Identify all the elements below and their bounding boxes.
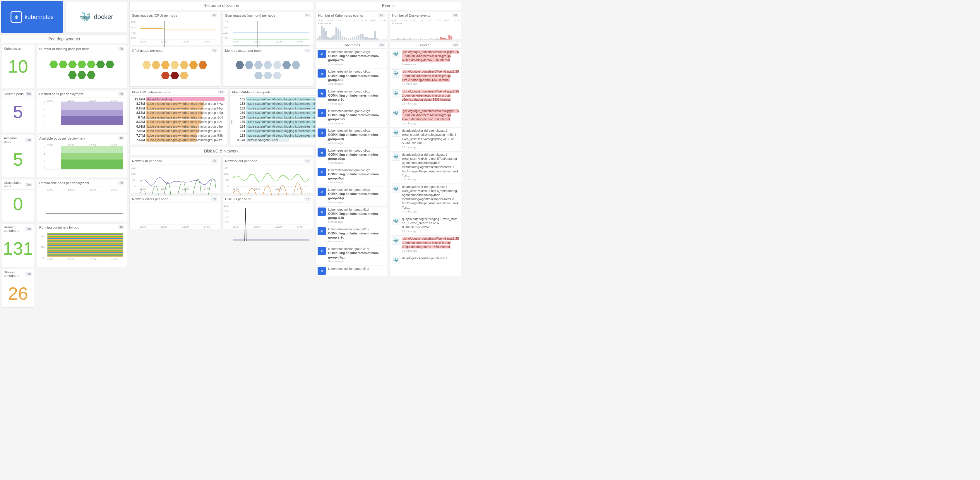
stat-label: Desired pods <box>4 92 24 96</box>
panel-docker-event-list[interactable]: Docker1w 🐳gcr.io/google_containers/fluen… <box>390 41 461 276</box>
panel-title: Number of Kubernetes events <box>318 14 363 17</box>
toplist-row[interactable]: 11.82Mdefault/kube-d5xrj <box>132 97 224 102</box>
histo-bar <box>325 31 327 40</box>
panel-network-errors[interactable]: Network errors per node4h 11:0012:0013:0… <box>129 195 220 229</box>
histogram-docker[interactable] <box>390 25 461 40</box>
hexmap-pods[interactable] <box>39 54 124 86</box>
time-badge[interactable]: 5m <box>25 183 32 186</box>
kubernetes-icon: ⎈ <box>318 227 326 235</box>
chart-number-of-running-pods-per-node[interactable]: Number of running pods per node4h <box>37 45 127 88</box>
toplist-value: 7.96M <box>132 129 145 133</box>
panel-cpu-toplist[interactable]: Most CPU-intensive pods4h 11.82Mdefault/… <box>129 88 227 145</box>
stat-stopped-containers[interactable]: Stopped containers5m26 <box>1 269 35 308</box>
hexmap-cpu[interactable] <box>130 54 220 86</box>
time-badge[interactable]: 4h <box>304 159 310 163</box>
time-badge[interactable]: 1w <box>379 43 385 47</box>
toplist-row[interactable]: 8.73Mkube-system/kube-proxy-kubernetes-m… <box>132 102 224 106</box>
stacked-containers[interactable] <box>48 233 123 257</box>
chart-running-containers-by-pod[interactable]: Running containers by pod4h1501005011:00… <box>37 224 127 267</box>
toplist-row[interactable]: 8.01Mkube-system/kube-proxy-kubernetes-m… <box>132 124 224 129</box>
panel-k8s-event-list[interactable]: Kubernetes1w ⎈kubernetes-minion-group-c9… <box>315 41 387 276</box>
histogram-k8s[interactable] <box>316 25 387 40</box>
time-badge[interactable]: 4h <box>118 226 124 229</box>
chart-desired-pods-per-deployment[interactable]: Desired pods per deployment4h642011:0012… <box>37 90 127 133</box>
event-item[interactable]: ⎈kubernetes-minion-group-61qiOOMKilling … <box>316 246 387 264</box>
time-badge[interactable]: 4h <box>218 90 224 94</box>
histo-bar <box>450 36 452 40</box>
panel-network-out[interactable]: Network out per node4h 3842561280 11:001… <box>223 157 313 194</box>
event-host: kubernetes-minion-group-c9gx <box>328 109 385 113</box>
event-item[interactable]: 🐳datadog/docker-dd-agent:latest 1 exec_s… <box>390 151 461 182</box>
event-item[interactable]: ⎈kubernetes-minion-group-c9gxOOMKilling … <box>316 108 387 126</box>
stat-unavailable-pods[interactable]: Unavailable pods5m0 <box>1 179 35 222</box>
time-badge[interactable]: 4h <box>304 13 310 17</box>
time-badge[interactable]: 4h <box>118 137 124 140</box>
event-item[interactable]: ⎈kubernetes-minion-group-c9gxOOMKilling … <box>316 127 387 146</box>
stat-available-pods[interactable]: Available pods5m5 <box>1 135 35 177</box>
event-item[interactable]: 🐳datadog/docker-dd-agent:latest 1 exec_s… <box>390 183 461 215</box>
time-badge[interactable]: 4h <box>212 159 218 163</box>
stat-kubelets-up[interactable]: Kubelets up10 <box>1 45 35 88</box>
event-item[interactable]: ⎈kubernetes-minion-group-c9gxOOMKilling … <box>316 49 387 67</box>
toplist-row[interactable]: 8.68Mkube-system/kube-proxy-kubernetes-m… <box>132 106 224 111</box>
toplist-value: 8.4M <box>132 116 145 119</box>
event-item[interactable]: 🐳quay.io/datadog/bill:staging 1 exec_sta… <box>390 216 461 234</box>
time-badge[interactable]: 1d <box>378 13 384 17</box>
event-item[interactable]: 🐳datadog/docker-dd-agent:latest 1 <box>390 255 461 265</box>
time-badge[interactable]: 4h <box>212 197 218 201</box>
chart-unavailable-pods-per-deployment[interactable]: Unavailable pods per deployment4h11:0012… <box>37 179 127 222</box>
panel-memory-requests[interactable]: Sum requests (memory) per node4h 1G0.6G0… <box>223 12 313 45</box>
event-item[interactable]: ⎈kubernetes-minion-group-61qiOOMKilling … <box>316 207 387 225</box>
toplist-value: 165 <box>232 97 245 101</box>
kubernetes-icon: ⎈ <box>318 50 326 58</box>
toplist-row[interactable]: 8.35Mkube-system/kube-proxy-kubernetes-m… <box>132 120 224 124</box>
panel-cpu-usage[interactable]: CPU usage per node4h <box>129 47 220 87</box>
time-badge[interactable]: 5m <box>25 227 32 231</box>
time-badge[interactable]: 4h <box>304 197 310 201</box>
histo-bar <box>342 36 343 40</box>
panel-k8s-event-count[interactable]: Number of Kubernetes events1d 16:0019:00… <box>315 12 387 40</box>
time-badge[interactable]: 1d <box>452 13 458 17</box>
toplist-row[interactable]: 7.96Mkube-system/kube-proxy-kubernetes-m… <box>132 129 224 134</box>
event-item[interactable]: ⎈kubernetes-minion-group-61qi <box>316 265 387 276</box>
event-item[interactable]: 🐳gcr.io/google_containers/fluentd-gcp:1.… <box>390 235 461 254</box>
toplist-row[interactable]: 8.4Mkube-system/kube-proxy-kubernetes-mi… <box>132 115 224 120</box>
time-badge[interactable]: 5m <box>25 92 32 96</box>
time-badge[interactable]: 5m <box>25 138 32 142</box>
panel-disk-io[interactable]: Disk I/O per node4h 10M6M2M0M 11:0012:00… <box>223 195 313 229</box>
histo-bar <box>317 38 318 40</box>
event-item[interactable]: 🐳gcr.io/google_containers/fluentd-gcp:1.… <box>390 49 461 67</box>
unit-label: MiB <box>230 119 233 124</box>
event-item[interactable]: ⎈kubernetes-minion-group-61qiOOMKilling … <box>316 226 387 245</box>
panel-network-in[interactable]: Network in per node4h 192128640 11:0012:… <box>129 157 220 194</box>
time-badge[interactable]: 4h <box>304 49 310 52</box>
time-badge[interactable]: 4h <box>212 49 218 52</box>
event-message: OOMKilling on kubernetes-minion-group-si… <box>328 74 385 82</box>
event-item[interactable]: ⎈kubernetes-minion-group-c9gxOOMKilling … <box>316 186 387 205</box>
stat-running-containers[interactable]: Running containers5m131 <box>1 224 35 267</box>
time-badge[interactable]: 5m <box>25 272 32 276</box>
time-badge[interactable]: 4h <box>118 47 124 51</box>
panel-memory-usage[interactable]: Memory usage per node4h <box>223 47 313 87</box>
histo-bar <box>321 26 323 40</box>
time-badge[interactable]: 4h <box>212 13 218 17</box>
event-item[interactable]: 🐳datadog/docker-dd-agent:latest 1 exec_c… <box>390 127 461 150</box>
toplist-row[interactable]: 7.64Mkube-system/kube-proxy-kubernetes-m… <box>132 138 224 143</box>
event-item[interactable]: ⎈kubernetes-minion-group-c9gxOOMKilling … <box>316 167 387 185</box>
event-item[interactable]: ⎈kubernetes-minion-group-c9gxOOMKilling … <box>316 88 387 106</box>
panel-cpu-requests[interactable]: Sum requests (CPU) per node4h 8006004002… <box>129 12 220 45</box>
stat-desired-pods[interactable]: Desired pods5m5 <box>1 90 35 133</box>
panel-docker-event-count[interactable]: Number of Docker events1d 16:0019:0022:0… <box>390 12 461 40</box>
time-badge[interactable]: 1w <box>452 43 459 47</box>
chart-available-pods-per-deployment[interactable]: Available pods per deployment4h642011:00… <box>37 135 127 177</box>
event-item[interactable]: 🐳gcr.io/google_containers/fluentd-gcp:1.… <box>390 108 461 126</box>
time-badge[interactable]: 4h <box>118 92 124 96</box>
toplist-row[interactable]: 8.57Mkube-system/kube-proxy-kubernetes-m… <box>132 111 224 115</box>
time-badge[interactable]: 4h <box>118 181 124 185</box>
event-item[interactable]: 🐳gcr.io/google_containers/fluentd-gcp:1.… <box>390 68 461 87</box>
event-item[interactable]: 🐳gcr.io/google_containers/fluentd-gcp:1.… <box>390 88 461 106</box>
event-item[interactable]: ⎈kubernetes-minion-group-c9gxOOMKilling … <box>316 147 387 166</box>
event-item[interactable]: ⎈kubernetes-minion-group-c9gxOOMKilling … <box>316 68 387 87</box>
hexmap-memory[interactable] <box>223 54 313 86</box>
toplist-row[interactable]: 7.74Mkube-system/kube-proxy-kubernetes-m… <box>132 133 224 138</box>
